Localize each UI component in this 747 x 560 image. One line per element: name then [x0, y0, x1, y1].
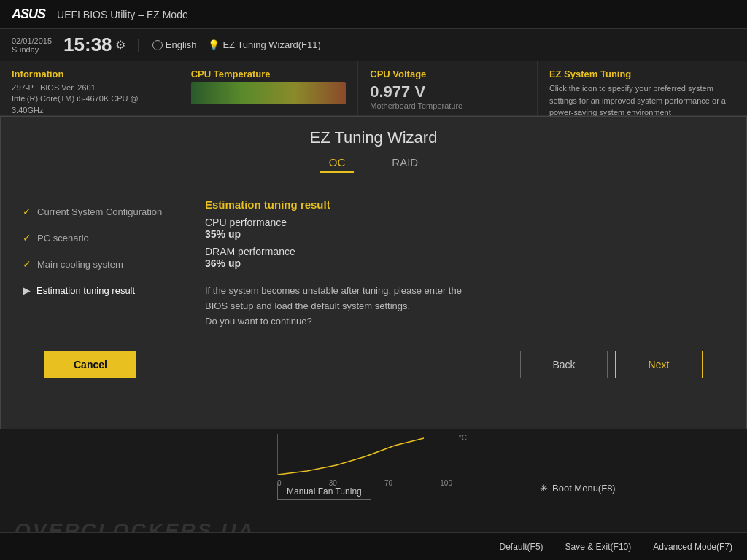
ez-tuning-dialog: EZ Tuning Wizard OC RAID ✓ Current Syste…	[0, 116, 747, 429]
cpu-voltage-value: 0.977 V	[370, 82, 525, 101]
step-label: Main cooling system	[37, 259, 123, 270]
cpu-voltage-title: CPU Voltage	[370, 69, 525, 79]
advanced-mode-button[interactable]: Advanced Mode(F7)	[653, 542, 732, 552]
advanced-mode-label: Advanced Mode(F7)	[653, 542, 732, 552]
next-button[interactable]: Next	[615, 351, 703, 378]
language-selector[interactable]: English	[152, 39, 197, 50]
spinner-icon: ✳	[540, 483, 548, 494]
cpu-performance-value: 35% up	[205, 228, 717, 240]
result-title: Estimation tuning result	[205, 198, 717, 211]
globe-icon	[152, 40, 163, 50]
chart-border: °C	[277, 434, 452, 475]
ez-system-description: Click the icon to specify your preferred…	[549, 82, 735, 119]
information-model: Z97-P BIOS Ver. 2601	[12, 82, 167, 93]
result-panel: Estimation tuning result CPU performance…	[198, 198, 724, 329]
time-display: 15:38	[63, 34, 112, 56]
dram-performance-value: 36% up	[205, 257, 717, 269]
cpu-performance-label: CPU performance	[205, 217, 717, 228]
asus-logo: ASUS	[12, 7, 45, 22]
step-check-icon: ✓	[23, 258, 31, 270]
boot-menu-button[interactable]: ✳ Boot Menu(F8)	[540, 483, 616, 494]
header-panels: Information Z97-P BIOS Ver. 2601 Intel(R…	[0, 61, 747, 116]
step-main-cooling: ✓ Main cooling system	[23, 258, 183, 270]
date-block: 02/01/2015 Sunday	[12, 36, 52, 54]
right-buttons: Back Next	[520, 351, 703, 378]
step-label: Current System Configuration	[37, 206, 162, 217]
step-pc-scenario: ✓ PC scenario	[23, 232, 183, 244]
cpu-temp-panel: CPU Temperature	[179, 61, 359, 115]
ez-system-title: EZ System Tuning	[549, 69, 735, 79]
back-button[interactable]: Back	[520, 351, 608, 378]
chart-svg	[278, 435, 438, 475]
chart-label-celsius: °C	[459, 434, 467, 442]
cpu-voltage-panel: CPU Voltage 0.977 V Motherboard Temperat…	[358, 61, 538, 115]
save-exit-button[interactable]: Save & Exit(F10)	[565, 542, 632, 552]
step-estimation: ▶ Estimation tuning result	[23, 284, 183, 296]
separator: |	[137, 36, 141, 53]
bottom-func-bar: Default(F5) Save & Exit(F10) Advanced Mo…	[0, 532, 747, 560]
step-current-config: ✓ Current System Configuration	[23, 206, 183, 217]
dialog-tabs: OC RAID	[1, 153, 746, 179]
bios-title: UEFI BIOS Utility – EZ Mode	[57, 9, 188, 20]
wizard-steps: ✓ Current System Configuration ✓ PC scen…	[23, 198, 183, 329]
language-label: English	[166, 39, 197, 50]
dram-performance-label: DRAM performance	[205, 246, 717, 257]
default-button[interactable]: Default(F5)	[500, 542, 543, 552]
tab-oc[interactable]: OC	[320, 153, 355, 173]
cancel-button[interactable]: Cancel	[44, 351, 136, 378]
fan-chart: °C 0 30 70 100	[263, 434, 467, 489]
dialog-body: ✓ Current System Configuration ✓ PC scen…	[1, 191, 746, 336]
step-label: PC scenario	[37, 233, 89, 244]
information-panel: Information Z97-P BIOS Ver. 2601 Intel(R…	[0, 61, 179, 115]
cpu-temp-bar	[191, 82, 347, 104]
information-cpu: Intel(R) Core(TM) i5-4670K CPU @ 3.40GHz	[12, 93, 167, 116]
manual-fan-button[interactable]: Manual Fan Tuning	[277, 483, 371, 500]
cpu-voltage-sub: Motherboard Temperature	[370, 101, 525, 110]
info-bar: 02/01/2015 Sunday 15:38 ⚙ | English 💡 EZ…	[0, 29, 747, 61]
dialog-buttons: Cancel Back Next	[1, 342, 746, 387]
information-title: Information	[12, 69, 167, 79]
cpu-temp-title: CPU Temperature	[191, 69, 347, 79]
time-block: 15:38 ⚙	[63, 34, 125, 56]
wizard-label: EZ Tuning Wizard(F11)	[222, 39, 320, 50]
gear-icon[interactable]: ⚙	[115, 38, 125, 52]
ez-tuning-wizard-link[interactable]: 💡 EZ Tuning Wizard(F11)	[208, 39, 320, 50]
top-bar: ASUS UEFI BIOS Utility – EZ Mode	[0, 0, 747, 29]
step-arrow-icon: ▶	[23, 284, 31, 296]
default-label: Default(F5)	[500, 542, 543, 552]
result-note: If the system becomes unstable after tun…	[205, 284, 717, 329]
dialog-title: EZ Tuning Wizard	[1, 117, 746, 153]
step-check-icon: ✓	[23, 232, 31, 244]
bulb-icon: 💡	[208, 39, 220, 50]
step-check-icon: ✓	[23, 206, 31, 217]
save-exit-label: Save & Exit(F10)	[565, 542, 632, 552]
boot-menu-label: Boot Menu(F8)	[552, 483, 616, 494]
step-label: Estimation tuning result	[36, 285, 135, 296]
tab-raid[interactable]: RAID	[383, 153, 427, 173]
ez-system-panel: EZ System Tuning Click the icon to speci…	[538, 61, 747, 115]
date-display: 02/01/2015 Sunday	[12, 36, 52, 54]
